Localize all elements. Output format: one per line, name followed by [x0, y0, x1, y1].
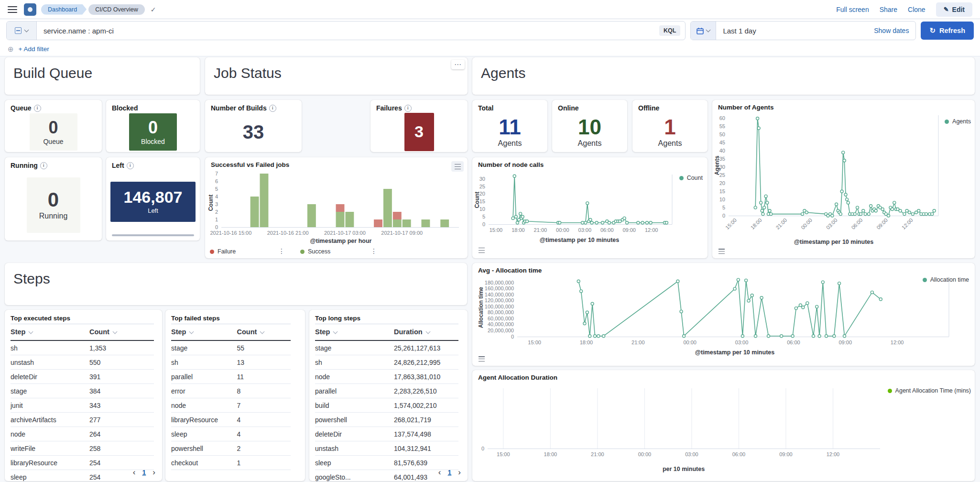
svg-text:100,000,000: 100,000,000	[485, 304, 514, 309]
sort-chevron-icon	[189, 329, 194, 334]
legend-toggle-icon[interactable]	[715, 246, 728, 256]
table-row: sh24,826,212,995	[315, 355, 458, 370]
breadcrumb-dashboard[interactable]: Dashboard	[41, 4, 87, 15]
count-dot-icon	[679, 176, 684, 180]
filter-set-icon[interactable]: ⊕	[8, 45, 14, 54]
page-number[interactable]: 1	[448, 469, 452, 476]
saved-query-icon	[15, 27, 22, 34]
metric-value: 146,807	[124, 189, 183, 206]
clone-link[interactable]: Clone	[908, 6, 926, 13]
refresh-button[interactable]: ↻ Refresh	[921, 22, 974, 40]
info-icon[interactable]: i	[269, 105, 276, 112]
kibana-dashboard: Dashboard CI/CD Overview ✓ Full screen S…	[0, 0, 980, 482]
section-title: Agents	[472, 57, 975, 89]
metric-value: 11	[499, 116, 521, 138]
column-header[interactable]: Step	[11, 324, 89, 341]
svg-text:40,000,000: 40,000,000	[488, 321, 514, 327]
scrollbar[interactable]	[112, 234, 194, 236]
svg-text:2021-10-17 09:00: 2021-10-17 09:00	[381, 230, 423, 236]
svg-text:2021-10-16 21:00: 2021-10-16 21:00	[267, 230, 309, 236]
column-header[interactable]: Step	[315, 324, 394, 341]
legend-agents[interactable]: Agents	[945, 118, 971, 125]
time-range-value[interactable]: Last 1 day	[716, 27, 874, 35]
svg-text:00:00: 00:00	[800, 217, 813, 230]
next-page-icon[interactable]: ›	[152, 468, 155, 477]
chart-panel-node-calls: Number of node calls Count 0510152025301…	[472, 157, 708, 258]
info-icon[interactable]: i	[34, 105, 41, 112]
add-filter-link[interactable]: + Add filter	[19, 45, 49, 53]
table-cell: 17,863,381,010	[394, 370, 458, 384]
table-cell: node	[315, 370, 394, 384]
section-title: Build Queue	[5, 57, 200, 89]
svg-text:15: 15	[479, 198, 485, 204]
metric-value: 0	[148, 119, 158, 137]
query-text[interactable]: service.name : apm-ci	[37, 27, 659, 35]
share-link[interactable]: Share	[880, 6, 897, 13]
svg-text:60,000,000: 60,000,000	[488, 316, 514, 321]
column-header[interactable]: Step	[171, 324, 237, 341]
query-bar: service.name : apm-ci KQL Last 1 day Sho…	[0, 19, 980, 42]
kql-badge[interactable]: KQL	[659, 25, 680, 36]
prev-page-icon[interactable]: ‹	[133, 468, 136, 477]
svg-text:03:00: 03:00	[685, 451, 698, 457]
chart-panel-number-of-agents: Number of Agents Agents 0510152025303540…	[712, 100, 975, 258]
svg-text:35: 35	[719, 156, 725, 162]
edit-button[interactable]: ✎ Edit	[936, 2, 972, 17]
show-dates-link[interactable]: Show dates	[874, 27, 909, 34]
table-cell: 25,261,127,613	[394, 340, 458, 355]
svg-text:6: 6	[215, 178, 218, 184]
legend-toggle-icon[interactable]	[475, 245, 488, 255]
filter-bar: ⊕ + Add filter	[0, 42, 980, 56]
table-cell: sleep	[315, 456, 394, 470]
svg-text:5: 5	[215, 186, 218, 192]
table-cell: 268,021,719	[394, 413, 458, 427]
legend-label: Agent Allocation Time (mins)	[895, 387, 971, 394]
legend-menu-icon[interactable]: ⋮	[370, 247, 377, 255]
legend-agent-allocation-time[interactable]: Agent Allocation Time (mins)	[888, 387, 971, 394]
table-title: Top executed steps	[5, 310, 162, 323]
elastic-logo[interactable]	[24, 3, 36, 16]
info-icon[interactable]: i	[127, 162, 134, 169]
info-icon[interactable]: i	[40, 162, 47, 169]
table-row: stage25,261,127,613	[315, 340, 458, 355]
top-failed-steps-table: StepCountstage55sh13parallel11error8node…	[165, 323, 296, 470]
column-header[interactable]: Count	[89, 324, 154, 341]
svg-text:25: 25	[479, 184, 485, 189]
svg-text:0: 0	[511, 334, 514, 340]
table-cell: 258	[89, 441, 154, 456]
table-cell: parallel	[171, 370, 237, 384]
metric-value: 0	[48, 189, 59, 210]
next-page-icon[interactable]: ›	[458, 468, 461, 477]
legend-success[interactable]: Success	[300, 248, 330, 255]
metric-running: Runningi 0 Running	[5, 157, 102, 241]
table-cell: powershell	[315, 413, 394, 427]
calendar-button[interactable]	[691, 22, 716, 40]
metric-number-of-builds: Number of Buildsi 33	[205, 100, 302, 152]
panel-menu-button[interactable]: ⋯	[451, 60, 465, 69]
table-cell: node	[11, 427, 89, 441]
legend-count[interactable]: Count	[679, 175, 703, 181]
legend-allocation-time[interactable]: Allocation time	[923, 276, 969, 283]
prev-page-icon[interactable]: ‹	[438, 468, 441, 477]
page-number[interactable]: 1	[142, 469, 146, 476]
legend-failure[interactable]: Failure	[210, 248, 236, 255]
metric-title: Queue	[11, 104, 32, 112]
breadcrumb-current[interactable]: CI/CD Overview	[88, 4, 145, 15]
section-title: Steps	[5, 263, 467, 295]
column-header[interactable]: Duration	[394, 324, 458, 341]
legend-toggle-icon[interactable]	[475, 353, 488, 364]
svg-text:00:00: 00:00	[683, 340, 697, 345]
metric-title: Failures	[376, 104, 402, 112]
section-build-queue: Build Queue	[5, 57, 200, 95]
svg-text:3: 3	[215, 201, 218, 207]
saved-query-menu-button[interactable]	[7, 22, 37, 40]
metric-title: Total	[478, 104, 493, 112]
query-input[interactable]: service.name : apm-ci KQL	[6, 21, 686, 40]
full-screen-link[interactable]: Full screen	[836, 6, 869, 13]
menu-icon[interactable]	[8, 6, 17, 13]
metric-value: 33	[243, 122, 264, 142]
breadcrumb: Dashboard CI/CD Overview ✓	[41, 4, 156, 15]
info-icon[interactable]: i	[404, 105, 412, 112]
legend-menu-icon[interactable]: ⋮	[278, 247, 285, 255]
column-header[interactable]: Count	[237, 324, 291, 341]
